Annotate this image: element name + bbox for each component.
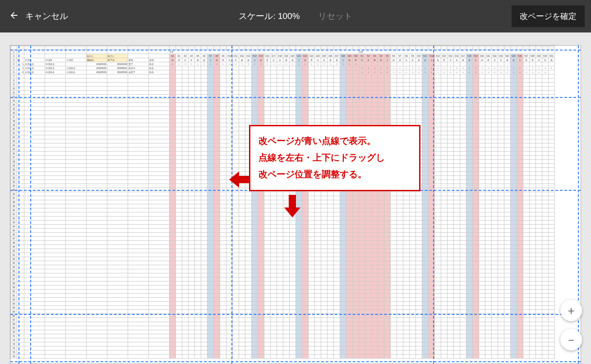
canvas-area: 14月5月2(記入)(記入)4/14/24/34/44/54/64/74/84/…: [0, 32, 591, 364]
annotation-line: 改ページが青い点線で表示。: [259, 133, 411, 149]
grid-table: 14月5月2(記入)(記入)4/14/24/34/44/54/64/74/84/…: [10, 46, 555, 359]
minus-icon: －: [565, 332, 577, 348]
top-bar: キャンセル スケール: 100% リセット 改ページを確定: [0, 0, 591, 32]
plus-icon: ＋: [565, 303, 577, 318]
pagebreak-horizontal[interactable]: [10, 314, 581, 315]
cancel-label: キャンセル: [25, 10, 68, 22]
cancel-button[interactable]: キャンセル: [0, 10, 68, 22]
annotation-arrow-left-icon: [229, 170, 252, 190]
annotation-line: 点線を左右・上下にドラッグし: [259, 149, 411, 166]
pagebreak-vertical[interactable]: [433, 46, 434, 364]
toolbar-center: スケール: 100% リセット: [239, 10, 352, 22]
pagebreak-horizontal[interactable]: [10, 50, 581, 51]
pagebreak-vertical[interactable]: [231, 46, 232, 364]
annotation-box: 改ページが青い点線で表示。 点線を左右・上下にドラッグし 改ページ位置を調整する…: [249, 125, 420, 191]
confirm-pagebreak-button[interactable]: 改ページを確定: [512, 5, 585, 27]
annotation-line: 改ページ位置を調整する。: [259, 166, 411, 183]
zoom-in-button[interactable]: ＋: [560, 299, 582, 321]
annotation-arrow-down-icon: [283, 195, 301, 219]
pagebreak-horizontal[interactable]: [10, 361, 581, 362]
pagebreak-vertical[interactable]: [18, 46, 19, 364]
zoom-out-button[interactable]: －: [560, 329, 582, 350]
reset-button[interactable]: リセット: [318, 10, 352, 22]
svg-marker-0: [229, 171, 252, 188]
scale-label: スケール: 100%: [239, 10, 300, 22]
pagebreak-vertical[interactable]: [30, 46, 31, 364]
pagebreak-horizontal[interactable]: [10, 97, 581, 98]
back-arrow-icon: [9, 10, 19, 22]
svg-marker-1: [284, 195, 300, 217]
